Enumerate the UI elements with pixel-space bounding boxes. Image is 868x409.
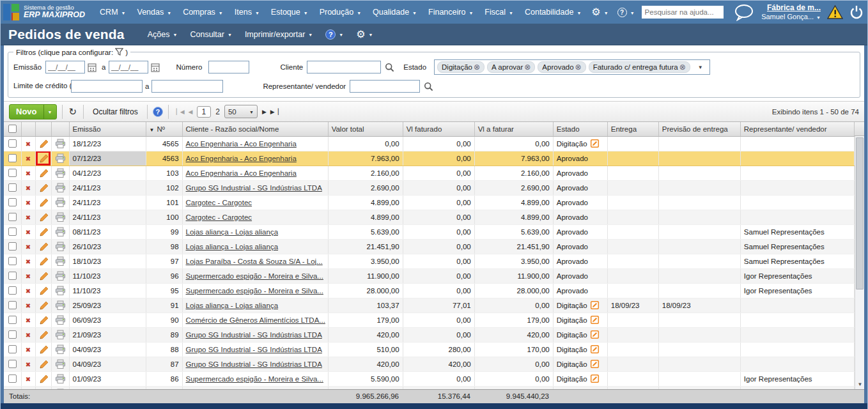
estado-edit-icon[interactable] <box>590 300 600 310</box>
user-menu[interactable]: Samuel Gonça... ▼ <box>761 13 821 22</box>
client-link[interactable]: Lojas aliança - Lojas aliança <box>186 228 278 236</box>
estado-edit-icon[interactable] <box>590 344 600 354</box>
prev-page-button[interactable]: ◀ <box>189 109 192 115</box>
table-row[interactable]: ✖24/11/23100Cargotec - Cargotec4.899,000… <box>4 210 855 224</box>
menu-qualidade[interactable]: Qualidade▼ <box>367 8 422 17</box>
row-checkbox[interactable] <box>8 316 17 324</box>
help-search-input[interactable] <box>642 6 724 19</box>
menu-financeiro[interactable]: Financeiro▼ <box>422 8 479 17</box>
menu-compras[interactable]: Compras▼ <box>177 8 229 17</box>
emissao-from-input[interactable] <box>45 61 85 73</box>
delete-icon[interactable]: ✖ <box>26 346 31 353</box>
delete-icon[interactable]: ✖ <box>26 288 31 295</box>
delete-icon[interactable]: ✖ <box>26 361 31 368</box>
row-checkbox[interactable] <box>8 242 17 251</box>
refresh-icon[interactable]: ↻ <box>68 106 79 118</box>
client-link[interactable]: Aco Engenharia - Aco Engenharia <box>186 140 297 148</box>
select-all-checkbox[interactable] <box>8 125 17 133</box>
delete-icon[interactable]: ✖ <box>26 185 31 192</box>
table-row[interactable]: ✖11/10/2395Supermercado espigão - Moreir… <box>4 283 855 298</box>
row-checkbox[interactable] <box>8 360 17 368</box>
delete-icon[interactable]: ✖ <box>26 332 31 339</box>
table-row[interactable]: ✖01/09/2386Supermercado espigão - Moreir… <box>4 371 855 386</box>
scroll-down-button[interactable]: ▼ <box>855 380 865 389</box>
app-logo[interactable]: Sistema de gestão ERP MAXIPROD <box>3 4 85 20</box>
novo-dropdown[interactable]: ▼ <box>43 105 56 119</box>
table-row[interactable]: ✖07/12/234563Aco Engenharia - Aco Engenh… <box>4 151 855 166</box>
row-checkbox[interactable] <box>8 330 17 339</box>
client-link[interactable]: Lojas aliança - Lojas aliança <box>186 302 278 309</box>
company-link[interactable]: Fábrica de m... <box>761 3 821 13</box>
page-2-button[interactable]: 2 <box>215 107 220 116</box>
search-icon[interactable] <box>424 82 433 91</box>
row-checkbox[interactable] <box>8 169 17 177</box>
print-icon[interactable] <box>55 374 66 384</box>
logout-power-icon[interactable] <box>849 5 864 20</box>
row-checkbox[interactable] <box>8 183 17 192</box>
row-checkbox[interactable] <box>8 374 17 383</box>
current-page[interactable]: 1 <box>197 106 212 118</box>
print-icon[interactable] <box>55 271 66 281</box>
row-checkbox[interactable] <box>8 286 17 295</box>
help-icon[interactable]: ? <box>153 107 163 117</box>
representante-input[interactable] <box>350 80 420 93</box>
page-menu-consultar[interactable]: Consultar▼ <box>183 30 238 39</box>
limite-from-input[interactable] <box>71 80 143 93</box>
col-vl-a-faturar[interactable]: Vl a faturar <box>474 122 553 136</box>
page-menu-acoes[interactable]: Ações▼ <box>141 30 184 39</box>
print-icon[interactable] <box>55 344 66 355</box>
client-link[interactable]: Lojas aliança - Lojas aliança <box>186 243 278 251</box>
warning-icon[interactable] <box>827 5 843 19</box>
table-row[interactable]: ✖26/10/2398Lojas aliança - Lojas aliança… <box>4 239 855 254</box>
chat-icon[interactable] <box>733 4 755 21</box>
remove-chip-icon[interactable]: ⊗ <box>524 63 531 72</box>
page-size-select[interactable]: 50 ▼ <box>224 105 258 118</box>
client-link[interactable]: Grupo SG Industrial - SG Indústrias LTDA <box>186 184 322 192</box>
client-link[interactable]: Comércio de Gêneros Alimentícios LTDA... <box>186 316 325 324</box>
row-checkbox[interactable] <box>8 198 17 206</box>
print-icon[interactable] <box>55 139 66 149</box>
col-vl-faturado[interactable]: Vl faturado <box>403 122 474 136</box>
estado-chip-digitacao[interactable]: Digitação⊗ <box>437 61 484 73</box>
client-link[interactable]: Grupo SG Industrial - SG Indústrias LTDA <box>186 346 322 353</box>
edit-pencil-icon[interactable] <box>39 344 49 355</box>
remove-chip-icon[interactable]: ⊗ <box>474 63 480 72</box>
row-checkbox[interactable] <box>8 257 17 265</box>
print-icon[interactable] <box>55 197 66 208</box>
delete-icon[interactable]: ✖ <box>26 302 31 309</box>
edit-pencil-icon[interactable] <box>39 227 49 237</box>
delete-icon[interactable]: ✖ <box>26 273 31 280</box>
vertical-scrollbar[interactable]: ▼ <box>855 136 864 389</box>
estado-chip-faturado-c-entrega-futura[interactable]: Faturado c/ entrega futura⊗ <box>589 61 690 73</box>
table-row[interactable]: ✖08/11/2399Lojas aliança - Lojas aliança… <box>4 224 855 239</box>
estado-chip-aprovado[interactable]: Aprovado⊗ <box>538 61 585 73</box>
estado-edit-icon[interactable] <box>590 374 600 383</box>
print-icon[interactable] <box>55 330 66 340</box>
delete-icon[interactable]: ✖ <box>26 258 31 265</box>
estado-edit-icon[interactable] <box>590 139 600 148</box>
delete-icon[interactable]: ✖ <box>26 376 31 383</box>
edit-pencil-icon[interactable] <box>39 183 49 193</box>
client-link[interactable]: Supermercado espigão - Moreira e Silva..… <box>186 375 323 383</box>
edit-pencil-icon[interactable] <box>39 286 49 296</box>
row-checkbox[interactable] <box>8 213 17 221</box>
page-settings-menu[interactable]: ⚙ ▼ <box>350 29 379 40</box>
menu-contabilidade[interactable]: Contabilidade▼ <box>519 8 587 17</box>
scrollbar-thumb[interactable] <box>856 137 864 289</box>
table-row[interactable]: ✖04/12/23103Aco Engenharia - Aco Engenha… <box>4 166 855 180</box>
delete-icon[interactable]: ✖ <box>26 229 31 236</box>
delete-icon[interactable]: ✖ <box>26 317 31 324</box>
last-page-button[interactable]: ▶▕ <box>270 109 278 115</box>
table-row[interactable]: ✖25/09/2391Lojas aliança - Lojas aliança… <box>4 298 855 313</box>
row-checkbox[interactable] <box>8 272 17 280</box>
table-row[interactable]: ✖11/10/2396Supermercado espigão - Moreir… <box>4 268 855 283</box>
page-help-menu[interactable]: ? ▼ <box>319 29 350 40</box>
calendar-icon[interactable] <box>88 63 97 72</box>
delete-icon[interactable]: ✖ <box>26 243 31 251</box>
row-checkbox[interactable] <box>8 139 17 148</box>
client-link[interactable]: Lojas Paraíba - Costa & Souza S/A - Loj.… <box>186 258 323 265</box>
edit-pencil-icon[interactable] <box>39 139 49 149</box>
chevron-down-icon[interactable]: ▼ <box>698 65 703 70</box>
col-numero[interactable]: ▼Nº <box>146 122 182 136</box>
client-link[interactable]: Grupo SG Industrial - SG Indústrias LTDA <box>186 331 322 339</box>
